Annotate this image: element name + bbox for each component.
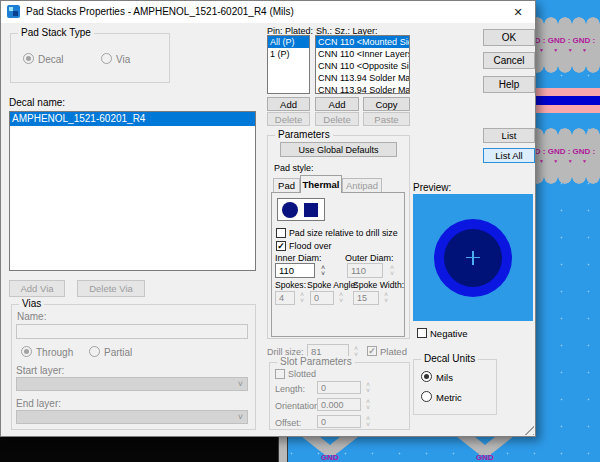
end-layer-combo[interactable]: ˅ [16, 410, 248, 424]
slotted-checkbox[interactable] [275, 369, 285, 379]
via-radio[interactable] [101, 53, 112, 64]
spoke-angle-label: Spoke Angle: [307, 280, 358, 290]
help-button[interactable]: Help [483, 76, 535, 93]
cancel-button[interactable]: Cancel [483, 52, 535, 69]
plated-checkbox[interactable]: ✓ [367, 346, 377, 356]
gnd-net-label: GND [298, 453, 362, 462]
spoke-angle-field[interactable]: 0 [310, 291, 334, 305]
outer-diam-field[interactable]: 110 [347, 263, 383, 278]
trace-pink-top [530, 88, 600, 96]
spokes-spinner[interactable]: ˄˅ [297, 291, 307, 305]
use-global-defaults-label: Use Global Defaults [298, 145, 378, 155]
through-radio[interactable] [21, 346, 32, 357]
list-item[interactable]: 1 (P) [268, 48, 309, 60]
list-all-button[interactable]: List All [483, 148, 535, 163]
tab-pad-label: Pad [278, 180, 295, 191]
pad-shape-swatch[interactable] [277, 198, 325, 221]
ok-button[interactable]: OK [483, 29, 535, 46]
help-label: Help [499, 79, 520, 90]
decal-radio-label: Decal [38, 54, 64, 65]
metric-radio[interactable] [421, 391, 432, 402]
inner-diam-label: Inner Diam: [275, 253, 322, 263]
layer-delete-label: Delete [323, 114, 350, 125]
spoke-angle-spinner[interactable]: ˄˅ [336, 291, 346, 305]
delete-via-button[interactable]: Delete Via [77, 280, 145, 297]
tab-antipad[interactable]: Antipad [342, 178, 382, 193]
pad-size-relative-checkbox[interactable] [276, 228, 286, 238]
vertical-trace [278, 437, 288, 462]
chevron-down-icon: ˅ [238, 412, 243, 422]
close-icon: ✕ [513, 6, 522, 19]
orientation-field[interactable]: 0.000 [317, 398, 361, 411]
check-icon: ✓ [368, 346, 376, 356]
end-layer-label: End layer: [16, 398, 61, 409]
tab-thermal[interactable]: Thermal [300, 175, 342, 193]
partial-radio[interactable] [89, 346, 100, 357]
length-label: Length: [275, 384, 305, 394]
decal-name-list[interactable]: AMPHENOL_1521-60201_R4 [9, 111, 256, 271]
flood-over-checkbox[interactable]: ✓ [276, 241, 286, 251]
decal-name-label: Decal name: [9, 97, 65, 108]
pin-list[interactable]: All (P) 1 (P) [267, 35, 310, 94]
copper-plane-band: D : GND : GND : ▼ ▼ ▼ ▼ [530, 135, 600, 177]
layer-add-button[interactable]: Add [315, 97, 359, 111]
layer-copy-button[interactable]: Copy [363, 97, 410, 111]
pin-delete-button[interactable]: Delete [267, 112, 310, 126]
spinner-down-icon: ˅ [339, 298, 343, 304]
add-via-label: Add Via [20, 283, 53, 294]
partial-radio-label: Partial [104, 347, 132, 358]
group-label: Pad Stack Type [18, 27, 94, 38]
length-field[interactable]: 0 [317, 381, 361, 394]
via-name-field[interactable] [16, 324, 248, 339]
start-layer-combo[interactable]: ˅ [16, 377, 248, 391]
list-item[interactable]: All (P) [268, 36, 309, 48]
layer-delete-button[interactable]: Delete [315, 112, 359, 126]
pad-stack-type-group: Pad Stack Type [10, 33, 170, 83]
pad-size-relative-label: Pad size relative to drill size [289, 228, 398, 238]
length-spinner[interactable]: ˄˅ [363, 381, 373, 394]
list-item[interactable]: CNN 110 <Opposite Side> [316, 60, 409, 72]
decal-radio[interactable] [23, 53, 34, 64]
trace-pink-bottom [530, 105, 600, 113]
mils-radio-label: Mils [436, 372, 453, 383]
tab-thermal-label: Thermal [303, 179, 340, 190]
gnd-net-label: D : GND : GND : [530, 36, 600, 45]
design-area-black [0, 437, 278, 462]
spokes-field[interactable]: 4 [275, 291, 295, 305]
list-item[interactable]: CNN 113.94 Solder Mask Bo [316, 84, 409, 94]
inner-diam-spinner[interactable]: ˄˅ [318, 263, 328, 278]
list-item[interactable]: CNN 110 <Inner Layers> [316, 48, 409, 60]
inner-diam-field[interactable]: 110 [275, 263, 315, 278]
offset-field[interactable]: 0 [317, 415, 361, 428]
add-via-button[interactable]: Add Via [9, 280, 65, 297]
list-item[interactable]: CNN 113.94 Solder Mask To [316, 72, 409, 84]
pin-delete-label: Delete [275, 114, 302, 125]
offset-spinner[interactable]: ˄˅ [363, 415, 373, 428]
list-item[interactable]: AMPHENOL_1521-60201_R4 [10, 112, 255, 126]
tab-pad[interactable]: Pad [273, 178, 300, 193]
spinner-down-icon: ˅ [366, 405, 370, 411]
via-radio-label: Via [116, 54, 130, 65]
resize-grip[interactable] [521, 422, 534, 435]
pad-stacks-properties-dialog: Pad Stacks Properties - AMPHENOL_1521-60… [0, 0, 536, 437]
use-global-defaults-button[interactable]: Use Global Defaults [280, 142, 397, 157]
orientation-spinner[interactable]: ˄˅ [363, 398, 373, 411]
metric-radio-label: Metric [436, 392, 462, 403]
layer-list[interactable]: CCN 110 <Mounted Side> CNN 110 <Inner La… [315, 35, 410, 94]
gnd-net-label: D : GND : GND : [530, 147, 600, 156]
close-button[interactable]: ✕ [501, 1, 535, 23]
spoke-width-spinner[interactable]: ˄˅ [381, 291, 391, 305]
negative-checkbox[interactable] [417, 328, 427, 338]
pin-add-button[interactable]: Add [267, 97, 310, 111]
cancel-label: Cancel [493, 55, 524, 66]
via-markers: ▼ ▼ ▼ ▼ [530, 158, 600, 164]
pad-preview [413, 194, 533, 321]
list-button[interactable]: List [483, 128, 535, 143]
layer-paste-button[interactable]: Paste [363, 112, 410, 126]
mils-radio[interactable] [421, 371, 432, 382]
outer-diam-spinner[interactable]: ˄˅ [387, 263, 397, 278]
spoke-width-field[interactable]: 15 [353, 291, 379, 305]
list-item[interactable]: CCN 110 <Mounted Side> [316, 36, 409, 48]
spokes-label: Spokes: [275, 280, 306, 290]
start-layer-label: Start layer: [16, 365, 64, 376]
